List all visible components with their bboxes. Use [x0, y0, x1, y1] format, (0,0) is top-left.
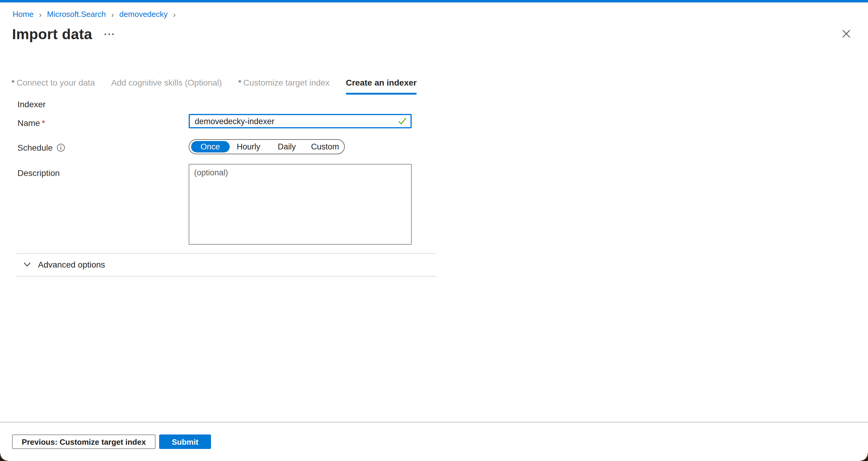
- name-field-label: Name*: [18, 118, 45, 128]
- more-options-button[interactable]: ···: [102, 27, 118, 42]
- breadcrumb-home-link[interactable]: Home: [13, 10, 33, 19]
- schedule-option-custom[interactable]: Custom: [306, 140, 344, 154]
- tab-connect-to-your-data[interactable]: * Connect to your data: [11, 78, 95, 95]
- schedule-option-hourly[interactable]: Hourly: [229, 140, 268, 154]
- screen-corner: [0, 453, 8, 461]
- name-input-wrap: [189, 114, 412, 128]
- schedule-field-label: Schedule: [18, 143, 65, 152]
- tab-customize-target-index[interactable]: * Customize target index: [238, 78, 330, 95]
- previous-step-button[interactable]: Previous: Customize target index: [12, 434, 156, 449]
- close-button[interactable]: [839, 27, 854, 41]
- indexer-section-label: Indexer: [18, 99, 45, 109]
- top-accent-bar: [0, 0, 868, 2]
- import-data-page: Home › Microsoft.Search › demovedecky › …: [0, 0, 868, 461]
- footer-divider: [0, 422, 868, 423]
- submit-button[interactable]: Submit: [159, 434, 211, 449]
- breadcrumb-microsoft-search-link[interactable]: Microsoft.Search: [47, 10, 106, 19]
- valid-checkmark-icon: [397, 116, 407, 128]
- wizard-tabs: * Connect to your data Add cognitive ski…: [11, 78, 416, 95]
- schedule-option-daily[interactable]: Daily: [268, 140, 306, 154]
- close-icon: [842, 30, 850, 38]
- tab-label: Connect to your data: [17, 78, 95, 87]
- required-asterisk: *: [40, 118, 45, 128]
- tab-required-marker: *: [11, 78, 15, 87]
- chevron-down-icon: [24, 262, 31, 267]
- screen-corner: [860, 453, 868, 461]
- tab-label: Customize target index: [243, 78, 330, 87]
- breadcrumb-separator-icon: ›: [111, 10, 114, 19]
- tab-label: Create an indexer: [346, 78, 416, 87]
- page-title: Import data: [12, 26, 92, 43]
- breadcrumb-separator-icon: ›: [173, 10, 176, 19]
- breadcrumb-separator-icon: ›: [39, 10, 41, 19]
- tab-required-marker: *: [238, 78, 241, 87]
- schedule-option-once[interactable]: Once: [191, 141, 229, 152]
- name-label-text: Name: [18, 118, 40, 128]
- description-textarea[interactable]: [189, 164, 412, 245]
- info-icon[interactable]: [57, 144, 65, 152]
- breadcrumb: Home › Microsoft.Search › demovedecky ›: [13, 10, 176, 19]
- tab-create-an-indexer[interactable]: Create an indexer: [346, 78, 416, 95]
- breadcrumb-demovedecky-link[interactable]: demovedecky: [119, 10, 167, 19]
- advanced-options-label: Advanced options: [38, 260, 105, 269]
- advanced-options-toggle[interactable]: Advanced options: [24, 260, 105, 269]
- schedule-label-text: Schedule: [18, 143, 53, 152]
- divider: [16, 276, 436, 277]
- divider: [16, 253, 436, 254]
- indexer-name-input[interactable]: [189, 114, 412, 128]
- tab-label: Add cognitive skills (Optional): [111, 78, 222, 87]
- schedule-toggle-group: Once Hourly Daily Custom: [189, 139, 345, 154]
- description-field-label: Description: [18, 168, 60, 178]
- tab-add-cognitive-skills[interactable]: Add cognitive skills (Optional): [111, 78, 222, 95]
